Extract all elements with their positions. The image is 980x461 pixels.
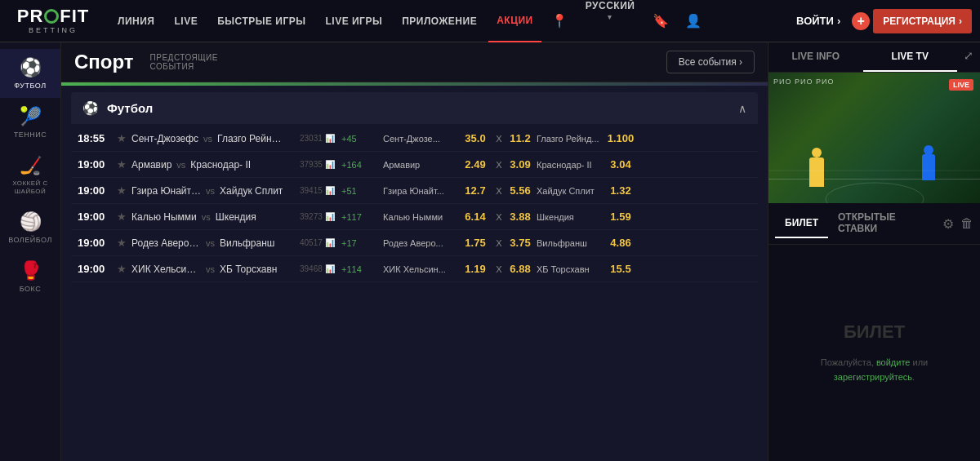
match-row[interactable]: 19:00 ★ Гзира Юнайтед vs Хайдук Сплит 39… xyxy=(71,178,758,204)
odds2[interactable]: 1.59 xyxy=(605,211,636,223)
location-icon[interactable]: 📍 xyxy=(545,0,574,42)
tv-placeholder: РИО РИО РИО LIVE xyxy=(768,73,980,203)
team1-name: ХИК Хельсинки xyxy=(131,264,201,275)
match-markets[interactable]: +17 xyxy=(341,238,378,248)
sidebar-item-boxing[interactable]: 🥊 БОКС xyxy=(0,252,60,301)
draw-odds[interactable]: 11.2 xyxy=(507,132,533,144)
star-icon[interactable]: ★ xyxy=(117,211,127,223)
odds1[interactable]: 1.75 xyxy=(460,237,491,249)
bookmark-icon[interactable]: 🔖 xyxy=(646,0,675,42)
team2-name: Краснодар- II xyxy=(190,159,251,171)
tab-live-tv[interactable]: LIVE TV xyxy=(863,42,958,72)
odds1[interactable]: 1.19 xyxy=(460,263,491,275)
match-markets[interactable]: +114 xyxy=(341,264,378,274)
field-svg xyxy=(768,73,980,203)
nav-item-akcii[interactable]: АКЦИИ xyxy=(488,0,541,42)
draw-odds[interactable]: 6.88 xyxy=(507,263,533,275)
star-icon[interactable]: ★ xyxy=(117,263,127,275)
expand-icon[interactable]: ⤢ xyxy=(957,42,980,72)
odds1[interactable]: 6.14 xyxy=(460,211,491,223)
match-row[interactable]: 19:00 ★ Родез Авером ... vs Вильфранш 40… xyxy=(71,230,758,256)
nav-item-live-igry[interactable]: LIVE ИГРЫ xyxy=(317,0,390,42)
nav-item-bystrie[interactable]: БЫСТРЫЕ ИГРЫ xyxy=(209,0,314,42)
match-id: 39273 📊 xyxy=(300,212,336,221)
odds1[interactable]: 2.49 xyxy=(460,158,491,171)
tab-live-info[interactable]: LIVE INFO xyxy=(768,42,863,72)
vs-label: vs xyxy=(203,134,212,144)
match-markets[interactable]: +45 xyxy=(341,134,378,144)
right-panel: LIVE INFO LIVE TV ⤢ РИО РИО РИО LIVE xyxy=(768,42,980,461)
nav-language[interactable]: РУССКИЙ ▾ xyxy=(577,0,644,42)
odds2[interactable]: 1.100 xyxy=(605,132,636,144)
match-time: 18:55 xyxy=(78,132,112,144)
sport-section: ⚽ Футбол ∧ 18:55 ★ Сент-Джозефс vs Глазг… xyxy=(61,86,768,461)
tab-open-bets[interactable]: ОТКРЫТЫЕ СТАВКИ xyxy=(828,203,942,244)
bet-team1: Родез Аверо... xyxy=(383,238,457,248)
match-time: 19:00 xyxy=(78,237,112,249)
odds1[interactable]: 35.0 xyxy=(460,132,491,144)
person-icon[interactable]: 👤 xyxy=(679,0,708,42)
register-link[interactable]: зарегистрируйтесь xyxy=(834,372,912,382)
match-row[interactable]: 18:55 ★ Сент-Джозефс vs Глазго Рейндж...… xyxy=(71,126,758,152)
bet-team2: Вильфранш xyxy=(537,238,602,248)
match-teams: Гзира Юнайтед vs Хайдук Сплит xyxy=(131,185,295,197)
ticket-body: БИЛЕТ Пожалуйста, войдите или зарегистри… xyxy=(768,245,980,461)
section-toggle-icon[interactable]: ∧ xyxy=(738,102,746,115)
match-row[interactable]: 19:00 ★ Калью Нымми vs Шкендия 39273 📊 +… xyxy=(71,204,758,230)
ticket-area: БИЛЕТ ОТКРЫТЫЕ СТАВКИ ⚙ 🗑 БИЛЕТ Пожалуйс… xyxy=(768,203,980,461)
football-section-header[interactable]: ⚽ Футбол ∧ xyxy=(71,92,758,124)
match-row[interactable]: 19:00 ★ Армавир vs Краснодар- II 37935 📊… xyxy=(71,152,758,178)
section-football-icon: ⚽ xyxy=(82,100,99,116)
nav-item-prilozhenie[interactable]: ПРИЛОЖЕНИЕ xyxy=(394,0,485,42)
match-teams: Сент-Джозефс vs Глазго Рейндж... xyxy=(131,133,295,144)
sidebar-item-volleyball[interactable]: 🏐 ВОЛЕЙБОЛ xyxy=(0,203,60,252)
tab-ticket[interactable]: БИЛЕТ xyxy=(775,209,828,238)
draw-odds[interactable]: 3.09 xyxy=(507,158,533,171)
all-events-button[interactable]: Все события › xyxy=(666,51,755,73)
tennis-icon: 🎾 xyxy=(20,106,42,127)
match-markets[interactable]: +51 xyxy=(341,186,378,196)
star-icon[interactable]: ★ xyxy=(117,132,127,144)
match-id: 39415 📊 xyxy=(300,186,336,195)
match-markets[interactable]: +117 xyxy=(341,212,378,222)
trash-icon[interactable]: 🗑 xyxy=(960,216,973,232)
content-area: Спорт ПРЕДСТОЯЩИЕ СОБЫТИЯ Все события › … xyxy=(61,42,768,461)
bet-x: X xyxy=(494,264,504,274)
matches-list: 18:55 ★ Сент-Джозефс vs Глазго Рейндж...… xyxy=(71,126,758,282)
star-icon[interactable]: ★ xyxy=(117,158,127,171)
team2-name: Шкендия xyxy=(216,211,256,223)
match-id: 23031 📊 xyxy=(300,134,336,143)
odds2[interactable]: 15.5 xyxy=(605,263,636,275)
login-link[interactable]: войдите xyxy=(876,357,911,367)
draw-odds[interactable]: 3.75 xyxy=(507,237,533,249)
odds2[interactable]: 1.32 xyxy=(605,184,636,197)
gear-icon[interactable]: ⚙ xyxy=(942,216,954,232)
bet-team2: Краснодар- II xyxy=(537,160,602,170)
sidebar-item-tennis[interactable]: 🎾 ТЕННИС xyxy=(0,98,60,147)
bet-team2: Хайдук Сплит xyxy=(537,186,602,196)
match-row[interactable]: 19:00 ★ ХИК Хельсинки vs ХБ Торсхавн 394… xyxy=(71,256,758,282)
draw-odds[interactable]: 5.56 xyxy=(507,184,533,197)
top-navigation: PRFIT BETTING ЛИНИЯ LIVE БЫСТРЫЕ ИГРЫ LI… xyxy=(0,0,980,42)
nav-item-liniya[interactable]: ЛИНИЯ xyxy=(109,0,163,42)
nav-item-live[interactable]: LIVE xyxy=(166,0,206,42)
bet-x: X xyxy=(494,160,504,170)
draw-odds[interactable]: 3.88 xyxy=(507,211,533,223)
match-time: 19:00 xyxy=(78,263,112,275)
logo[interactable]: PRFIT BETTING xyxy=(8,7,98,34)
boxing-icon: 🥊 xyxy=(20,260,42,281)
star-icon[interactable]: ★ xyxy=(117,237,127,249)
odds2[interactable]: 4.86 xyxy=(605,237,636,249)
star-icon[interactable]: ★ xyxy=(117,184,127,197)
login-button[interactable]: ВОЙТИ › xyxy=(788,10,849,32)
team2-name: Хайдук Сплит xyxy=(220,185,283,197)
sidebar-item-football[interactable]: ⚽ ФУТБОЛ xyxy=(0,49,60,98)
register-button[interactable]: РЕГИСТРАЦИЯ › xyxy=(873,9,972,33)
ticket-tabs: БИЛЕТ ОТКРЫТЫЕ СТАВКИ ⚙ 🗑 xyxy=(768,203,980,245)
ticket-empty-text: Пожалуйста, войдите или зарегистрируйтес… xyxy=(782,356,967,384)
bet-team2: Глазго Рейнд... xyxy=(537,134,602,144)
odds2[interactable]: 3.04 xyxy=(605,158,636,171)
sidebar-item-hockey[interactable]: 🏒 ХОККЕЙ С ШАЙБОЙ xyxy=(0,147,60,203)
match-markets[interactable]: +164 xyxy=(341,160,378,170)
odds1[interactable]: 12.7 xyxy=(460,184,491,197)
